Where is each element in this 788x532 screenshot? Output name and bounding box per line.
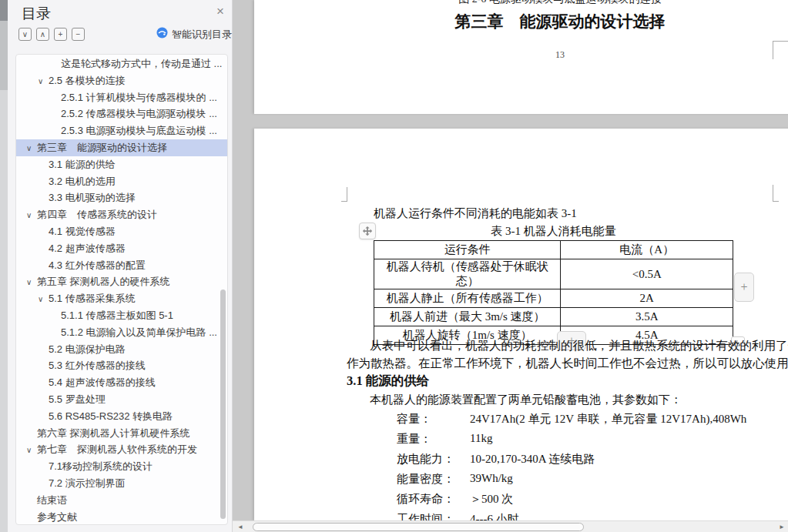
plus-icon: + [59,30,63,38]
toc-item[interactable]: 5.3 红外传感器的接线 [16,357,227,374]
chevron-down-icon[interactable]: ∨ [38,291,49,307]
add-column-button[interactable]: + [734,273,754,302]
toc-item-label: 4.3 红外传感器的配置 [49,259,146,271]
toc-item[interactable]: 2.5.3 电源驱动模块与底盘运动模 ... [16,122,227,139]
table-row: 机器人待机（传感器处于休眠状态） <0.5A [374,259,733,289]
figure-caption: 图 2-6 电源驱动模块与底盘运动模块的连接 [254,0,788,6]
chevron-down-icon[interactable]: ∨ [38,73,49,89]
toc-item-label: 4.1 视觉传感器 [49,226,116,237]
spec-value: 10-20,170-340A 连续电路 [470,452,595,467]
toc-item[interactable]: 5.5 罗盘处理 [16,391,227,408]
spec-label: 容量： [397,413,431,425]
toc-item-label: 第六章 探测机器人计算机硬件系统 [37,427,190,439]
smart-toc-button[interactable]: 智能识别目录 [156,28,232,41]
window-edge-strip [0,0,8,532]
spec-value: 4---6 小时 [470,512,519,520]
margin-corner-mark [773,41,788,59]
section-heading: 3.1 能源的供给 [347,373,429,390]
toc-item[interactable]: 5.1.1 传感器主板如图 5-1 [16,307,227,324]
edge-strip-dark-segment [0,0,8,21]
chevron-down-icon[interactable]: ∨ [26,140,37,156]
toc-item[interactable]: 第六章 探测机器人计算机硬件系统 [16,425,227,442]
collapse-prev-button[interactable]: ∧ [36,28,49,41]
table-header-cell: 运行条件 [374,241,561,259]
toc-item[interactable]: 7.1移动控制系统的设计 [16,458,227,475]
spec-row: 容量：24V17Ah(2 单元 12V 串联，单元容量 12V17Ah),408… [397,412,431,427]
page-number: 13 [254,49,788,61]
margin-corner-mark [773,185,779,202]
toc-item[interactable]: 2.5.2 传感器模块与电源驱动模块 ... [16,105,227,122]
spec-row: 重量：11kg [397,432,431,447]
toc-item[interactable]: 4.2 超声波传感器 [16,240,227,257]
toc-item-label: 5.4 超声波传感器的接线 [49,376,156,388]
toc-item-label: 5.3 红外传感器的接线 [49,360,146,371]
toc-item-label: 5.2 电源保护电路 [49,343,126,355]
toc-item[interactable]: 3.3 电机驱动的选择 [16,189,227,206]
spec-label: 重量： [397,433,431,445]
toc-item[interactable]: ∨第五章 探测机器人的硬件系统 [16,273,227,290]
toc-item-label: 这是轮式移动方式中，传动是通过 ... [61,58,222,69]
toc-item[interactable]: 2.5.1 计算机模块与传感器模块的 ... [16,89,227,106]
toc-item-label: 2.5.3 电源驱动模块与底盘运动模 ... [61,125,217,136]
toc-item[interactable]: 5.2 电源保护电路 [16,341,227,358]
toc-item-label: 4.2 超声波传感器 [49,243,126,254]
expand-all-button[interactable]: + [54,28,67,41]
toc-item-label: 5.1.2 电源输入以及简单保护电路 ... [61,326,217,338]
toc-item[interactable]: ∨第七章 探测机器人软件系统的开发 [16,441,227,458]
toc-item[interactable]: 3.1 能源的供给 [16,156,227,173]
scroll-left-icon[interactable]: ◄ [237,524,243,530]
toc-item-label: 7.1移动控制系统的设计 [49,460,153,472]
toc-item[interactable]: 这是轮式移动方式中，传动是通过 ... [16,55,227,72]
horizontal-scrollbar-thumb[interactable] [253,523,584,531]
toc-item[interactable]: ∨第四章 传感器系统的设计 [16,206,227,223]
toc-item[interactable]: 5.6 RS485-RS232 转换电路 [16,408,227,425]
toc-item[interactable]: 5.4 超声波传感器的接线 [16,374,227,391]
toc-sidebar: 目录 × ∨ ∧ + − 智能识别目录 这是轮式移动方式中，传动是通过 ... … [8,0,233,532]
margin-corner-mark [341,187,347,202]
toc-item-selected[interactable]: ∨第三章 能源驱动的设计选择 [16,139,227,156]
scroll-right-icon[interactable]: ► [779,524,785,530]
toc-item[interactable]: 7.2 演示控制界面 [16,475,227,492]
toc-item-label: 参考文献 [37,511,77,523]
toc-item[interactable]: 结束语 [16,492,227,509]
toc-item-label: 第四章 传感器系统的设计 [37,209,157,220]
spec-label: 循环寿命： [397,493,454,505]
smart-toc-label: 智能识别目录 [172,28,232,42]
toc-item-label: 3.1 能源的供给 [49,159,116,170]
toc-scrollbar-thumb[interactable] [220,289,226,519]
toc-item-label: 5.5 罗盘处理 [49,393,106,405]
expand-next-button[interactable]: ∨ [18,28,32,41]
section-intro-text: 本机器人的能源装置配置了两单元铅酸蓄电池，其参数如下： [370,393,682,407]
toc-item-label: 第五章 探测机器人的硬件系统 [37,276,170,287]
toc-item[interactable]: 4.3 红外传感器的配置 [16,257,227,274]
toc-item[interactable]: ∨5.1 传感器采集系统 [16,290,227,307]
spec-row: 工作时间：4---6 小时 [397,512,454,520]
spec-row: 放电能力：10-20,170-340A 连续电路 [397,452,454,467]
toc-item[interactable]: 5.1.2 电源输入以及简单保护电路 ... [16,324,227,341]
body-text-line: 作为散热器。在正常工作环境下，机器人长时间工作也不会过热，所以可以放心使用。 [347,356,788,372]
collapse-all-button[interactable]: − [72,28,85,41]
horizontal-scrollbar[interactable]: ◄ ► [233,520,788,532]
chevron-down-icon[interactable]: ∨ [26,274,37,290]
table-cell: 机器人前进（最大 3m/s 速度） [374,308,561,326]
toc-item[interactable]: ∨2.5 各模块的连接 [16,72,227,89]
spec-row: 能量密度：39Wh/kg [397,472,454,487]
table-cell: 机器人待机（传感器处于休眠状态） [374,259,561,289]
toc-item-label: 2.5 各模块的连接 [49,75,126,86]
move-arrows-icon [362,226,373,236]
chevron-down-icon[interactable]: ∨ [26,442,37,458]
document-page-2: 机器人运行条件不同消耗的电能如表 3-1 表 3-1 机器人消耗电能量 运行条件… [254,129,788,520]
chevron-down-icon[interactable]: ∨ [26,207,37,223]
toc-item-label: 5.1 传感器采集系统 [49,293,136,304]
spec-value: 39Wh/kg [470,472,513,485]
toc-item[interactable]: 4.1 视觉传感器 [16,223,227,240]
toc-item[interactable]: 参考文献 [16,509,227,525]
toc-item-label: 3.2 电机的选用 [49,176,116,187]
toc-item[interactable]: 3.2 电机的选用 [16,173,227,190]
toc-item-label: 7.2 演示控制界面 [49,477,126,489]
table-move-handle[interactable] [359,223,376,239]
spec-value: ＞500 次 [470,492,513,507]
table-cell: <0.5A [561,259,733,289]
document-page-1: 图 2-6 电源驱动模块与底盘运动模块的连接 第三章 能源驱动的设计选择 13 [254,0,788,114]
close-icon[interactable]: × [216,5,224,18]
